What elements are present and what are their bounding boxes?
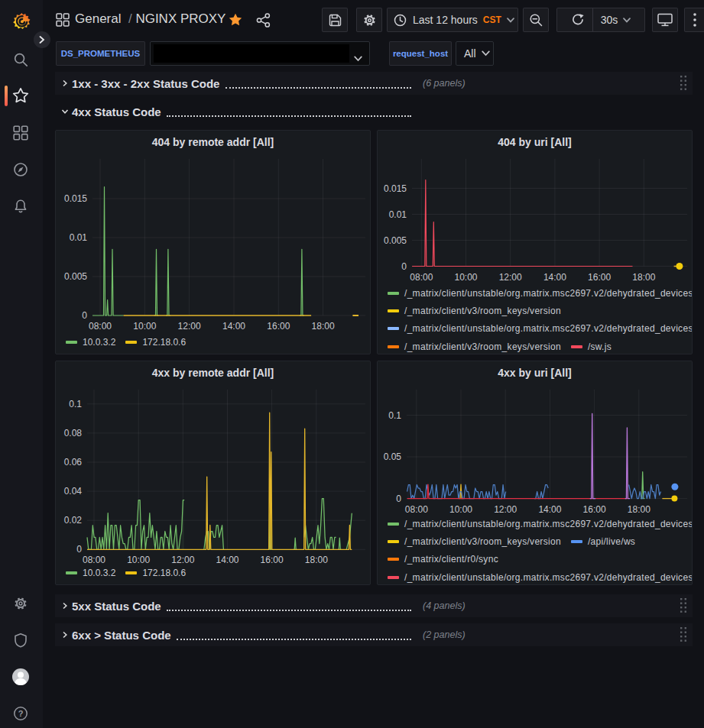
svg-text:0.08: 0.08 bbox=[64, 428, 83, 438]
svg-text:0.1: 0.1 bbox=[388, 410, 401, 421]
svg-text:0: 0 bbox=[401, 261, 407, 272]
svg-text:12:00: 12:00 bbox=[499, 272, 522, 283]
svg-text:0.02: 0.02 bbox=[64, 515, 83, 526]
svg-text:18:00: 18:00 bbox=[305, 555, 328, 565]
svg-text:08:00: 08:00 bbox=[89, 321, 112, 332]
svg-text:12:00: 12:00 bbox=[178, 321, 201, 332]
svg-text:0: 0 bbox=[82, 310, 87, 321]
svg-text:18:00: 18:00 bbox=[312, 321, 335, 332]
svg-text:0.04: 0.04 bbox=[64, 486, 83, 497]
svg-text:0.015: 0.015 bbox=[64, 193, 87, 204]
svg-text:?: ? bbox=[18, 709, 24, 718]
svg-text:10:00: 10:00 bbox=[127, 555, 150, 565]
svg-text:0.005: 0.005 bbox=[64, 271, 87, 282]
svg-text:08:00: 08:00 bbox=[410, 272, 433, 283]
svg-text:0.05: 0.05 bbox=[384, 451, 402, 462]
svg-text:12:00: 12:00 bbox=[494, 504, 517, 515]
svg-text:14:00: 14:00 bbox=[538, 504, 561, 515]
svg-text:12:00: 12:00 bbox=[171, 555, 194, 565]
svg-text:16:00: 16:00 bbox=[261, 555, 284, 565]
svg-text:0.005: 0.005 bbox=[384, 235, 407, 246]
svg-text:14:00: 14:00 bbox=[216, 555, 238, 565]
svg-text:0.01: 0.01 bbox=[70, 232, 88, 243]
svg-text:0.015: 0.015 bbox=[384, 183, 407, 194]
svg-text:0.06: 0.06 bbox=[64, 457, 83, 468]
svg-text:18:00: 18:00 bbox=[632, 272, 655, 283]
svg-text:0.01: 0.01 bbox=[389, 209, 407, 220]
svg-text:0: 0 bbox=[76, 544, 82, 555]
svg-text:10:00: 10:00 bbox=[449, 504, 472, 515]
svg-text:16:00: 16:00 bbox=[583, 504, 606, 515]
svg-text:10:00: 10:00 bbox=[133, 321, 156, 332]
svg-text:0.1: 0.1 bbox=[69, 399, 82, 409]
svg-text:18:00: 18:00 bbox=[628, 504, 650, 515]
svg-text:0: 0 bbox=[396, 493, 401, 504]
svg-text:16:00: 16:00 bbox=[588, 272, 611, 283]
svg-text:16:00: 16:00 bbox=[267, 321, 290, 332]
svg-text:14:00: 14:00 bbox=[543, 272, 566, 283]
svg-text:08:00: 08:00 bbox=[83, 555, 105, 565]
svg-text:08:00: 08:00 bbox=[405, 504, 428, 515]
svg-text:10:00: 10:00 bbox=[454, 272, 477, 283]
svg-text:14:00: 14:00 bbox=[222, 321, 245, 332]
